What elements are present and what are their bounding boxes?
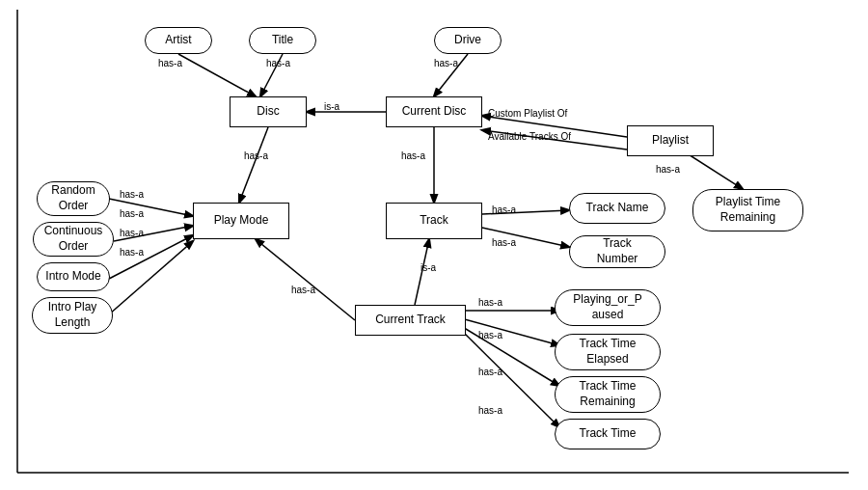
node-intro-play-length: Intro Play Length xyxy=(32,297,113,334)
edge-label-introlength-has-a: has-a xyxy=(120,247,144,258)
edge-label-title-has-a: has-a xyxy=(266,58,290,68)
svg-line-15 xyxy=(256,239,355,320)
node-intro-mode: Intro Mode xyxy=(37,262,110,291)
node-track-time-elapsed: Track Time Elapsed xyxy=(555,334,661,370)
node-current-disc: Current Disc xyxy=(386,96,482,127)
node-disc: Disc xyxy=(230,96,307,127)
node-track-time: Track Time xyxy=(555,419,661,449)
edge-label-track-tracknumber-has-a: has-a xyxy=(492,237,516,248)
svg-line-19 xyxy=(461,326,559,386)
node-playlist: Playlist xyxy=(627,125,714,156)
edge-label-ct-remaining-has-a: has-a xyxy=(478,367,502,377)
edge-label-playlist-timeremaining-has-a: has-a xyxy=(656,164,680,175)
edge-label-is-a: is-a xyxy=(324,101,339,112)
node-current-track: Current Track xyxy=(355,305,466,336)
edge-label-currentdisc-has-a: has-a xyxy=(401,150,425,161)
svg-line-20 xyxy=(461,330,559,427)
node-track: Track xyxy=(386,203,482,239)
svg-line-6 xyxy=(239,127,268,203)
node-drive: Drive xyxy=(434,27,502,54)
edge-label-intro-has-a: has-a xyxy=(120,228,144,238)
svg-line-0 xyxy=(178,54,256,96)
diagram-container: Artist Title Drive Disc Current Disc Pla… xyxy=(0,0,868,490)
edge-label-disc-has-a: has-a xyxy=(244,150,268,161)
edge-label-drive-has-a: has-a xyxy=(434,58,458,68)
node-play-mode: Play Mode xyxy=(193,203,289,239)
node-title: Title xyxy=(249,27,316,54)
edge-label-track-is-a: is-a xyxy=(420,262,436,273)
edge-label-ct-time-has-a: has-a xyxy=(478,405,502,416)
node-artist: Artist xyxy=(145,27,212,54)
svg-line-18 xyxy=(461,318,559,345)
edge-label-currenttrack-has-a: has-a xyxy=(291,285,315,295)
node-track-name: Track Name xyxy=(569,193,665,224)
edge-label-cont-has-a: has-a xyxy=(120,208,144,219)
node-track-time-remaining: Track Time Remaining xyxy=(555,376,661,413)
node-playlist-time-remaining: Playlist Time Remaining xyxy=(692,189,803,231)
node-playing-or-paused: Playing_or_P aused xyxy=(555,289,661,326)
edge-label-random-has-a: has-a xyxy=(120,189,144,200)
edge-label-available-tracks: Available Tracks Of xyxy=(488,131,571,142)
node-random-order: Random Order xyxy=(37,181,110,216)
edge-label-track-trackname-has-a: has-a xyxy=(492,204,516,215)
edge-label-ct-elapsed-has-a: has-a xyxy=(478,330,502,340)
node-continuous-order: Continuous Order xyxy=(33,222,114,257)
edge-label-artist-has-a: has-a xyxy=(158,58,182,68)
axes-svg xyxy=(0,0,868,490)
node-track-number: Track Number xyxy=(569,235,665,268)
edge-label-ct-playing-has-a: has-a xyxy=(478,297,502,308)
connections-svg xyxy=(0,0,868,490)
edge-label-custom-playlist: Custom Playlist Of xyxy=(488,108,567,119)
